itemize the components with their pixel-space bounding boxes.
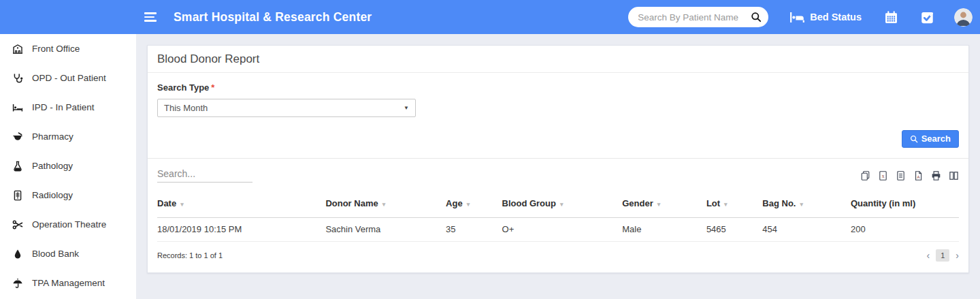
column-label: Gender [622, 198, 653, 208]
sidebar-item-label: Operation Theatre [32, 219, 106, 230]
excel-icon[interactable]: x [878, 170, 888, 181]
app-title: Smart Hospital & Research Center [174, 10, 372, 25]
column-header-gender[interactable]: Gender▾ [622, 191, 706, 218]
sidebar-item-opd-out-patient[interactable]: OPD - Out Patient [0, 63, 136, 93]
prev-page-button[interactable]: ‹ [927, 251, 930, 260]
sidebar: Front OfficeOPD - Out PatientIPD - In Pa… [0, 34, 136, 299]
column-header-date[interactable]: Date▾ [157, 191, 325, 218]
pagination: ‹1› [927, 249, 959, 262]
bed-icon [12, 102, 23, 113]
sort-arrow-icon: ▾ [467, 201, 470, 208]
mortar-icon [12, 131, 23, 142]
table-body: 18/01/2019 10:15 PMSachin Verma35O+Male5… [157, 218, 959, 242]
sidebar-item-front-office[interactable]: Front Office [0, 34, 136, 63]
sidebar-item-label: Blood Bank [32, 249, 79, 259]
table-cell: O+ [502, 218, 623, 242]
column-label: Date [157, 198, 176, 208]
sidebar-item-label: Pharmacy [32, 131, 74, 142]
columns-icon[interactable] [949, 170, 959, 181]
sort-arrow-icon: ▾ [657, 201, 661, 208]
column-label: Donor Name [325, 198, 378, 208]
patient-search [628, 7, 768, 27]
sidebar-item-tpa-management[interactable]: TPA Management [0, 268, 136, 298]
calendar-icon[interactable] [885, 11, 898, 24]
sidebar-item-label: Radiology [32, 190, 73, 200]
scissors-icon [12, 219, 23, 230]
sidebar-item-operation-theatre[interactable]: Operation Theatre [0, 210, 136, 239]
search-icon[interactable] [751, 12, 762, 22]
sort-arrow-icon: ▾ [382, 201, 386, 208]
report-card: Blood Donor Report Search Type* This Mon… [147, 45, 969, 273]
table-filter-input[interactable] [157, 167, 252, 183]
top-navbar: Smart Hospital & Research Center Bed Sta… [0, 0, 980, 34]
table-cell: 35 [446, 218, 502, 242]
sort-arrow-icon: ▾ [800, 201, 803, 208]
table-row: 18/01/2019 10:15 PMSachin Verma35O+Male5… [157, 218, 959, 242]
table-cell: 200 [851, 218, 959, 242]
sidebar-item-label: TPA Management [32, 278, 105, 288]
column-header-donor-name[interactable]: Donor Name▾ [325, 191, 446, 218]
table-cell: Male [622, 218, 706, 242]
column-header-lot[interactable]: Lot▾ [706, 191, 762, 218]
sidebar-item-radiology[interactable]: Radiology [0, 180, 136, 210]
tasks-icon[interactable] [921, 11, 934, 24]
droplet-icon [12, 249, 23, 259]
page-title: Blood Donor Report [148, 46, 968, 73]
table-cell: Sachin Verma [325, 218, 446, 242]
column-label: Lot [706, 198, 720, 208]
next-page-button[interactable]: › [956, 251, 959, 260]
column-label: Quantity (in ml) [851, 198, 915, 208]
export-toolbar: xA [860, 170, 959, 183]
required-asterisk: * [211, 82, 214, 93]
svg-text:A: A [917, 174, 920, 179]
column-label: Bag No. [762, 198, 796, 208]
building-icon [12, 44, 23, 54]
search-type-value: This Month [164, 103, 208, 113]
table-header-row: Date▾Donor Name▾Age▾Blood Group▾Gender▾L… [157, 191, 959, 218]
umbrella-icon [12, 278, 23, 289]
column-label: Blood Group [502, 198, 556, 208]
sort-arrow-icon: ▾ [560, 201, 564, 208]
sidebar-item-label: OPD - Out Patient [32, 73, 106, 83]
menu-toggle-button[interactable] [144, 12, 157, 21]
search-button-label: Search [921, 133, 951, 144]
xray-icon [12, 190, 23, 201]
bed-status-label: Bed Status [810, 12, 862, 22]
table-cell: 454 [762, 218, 851, 242]
search-form: Search Type* This Month Search [148, 73, 968, 158]
bed-icon [790, 12, 804, 22]
table-cell: 18/01/2019 10:15 PM [157, 218, 325, 242]
bed-status-button[interactable]: Bed Status [790, 12, 862, 22]
column-header-bag-no[interactable]: Bag No.▾ [762, 191, 851, 218]
column-header-blood-group[interactable]: Blood Group▾ [502, 191, 623, 218]
flask-icon [12, 161, 23, 172]
svg-text:x: x [882, 173, 885, 179]
table-cell: 5465 [706, 218, 762, 242]
pdf-icon[interactable]: A [913, 170, 924, 181]
sort-arrow-icon: ▾ [180, 201, 184, 208]
column-label: Age [446, 198, 463, 208]
patient-search-input[interactable] [638, 12, 751, 22]
search-type-label: Search Type [157, 82, 209, 93]
sidebar-item-label: Pathology [32, 161, 73, 171]
main-content: Blood Donor Report Search Type* This Mon… [136, 34, 980, 299]
search-type-select[interactable]: This Month [157, 99, 416, 117]
sidebar-item-pathology[interactable]: Pathology [0, 151, 136, 180]
records-summary: Records: 1 to 1 of 1 [157, 251, 223, 259]
sidebar-item-label: IPD - In Patient [32, 102, 95, 112]
user-avatar[interactable] [954, 8, 973, 27]
copy-icon[interactable] [860, 170, 870, 181]
search-button[interactable]: Search [902, 130, 959, 148]
column-header-age[interactable]: Age▾ [446, 191, 502, 218]
menu-icon [144, 12, 157, 14]
sort-arrow-icon: ▾ [724, 201, 728, 208]
sidebar-item-ipd-in-patient[interactable]: IPD - In Patient [0, 93, 136, 122]
csv-icon[interactable] [896, 170, 906, 181]
blood-donor-table: Date▾Donor Name▾Age▾Blood Group▾Gender▾L… [157, 191, 959, 242]
sidebar-item-pharmacy[interactable]: Pharmacy [0, 122, 136, 151]
stethoscope-icon [12, 73, 23, 84]
print-icon[interactable] [931, 170, 941, 181]
column-header-quantity-in-ml: Quantity (in ml) [851, 191, 959, 218]
sidebar-item-blood-bank[interactable]: Blood Bank [0, 239, 136, 268]
page-button-1[interactable]: 1 [936, 249, 949, 262]
